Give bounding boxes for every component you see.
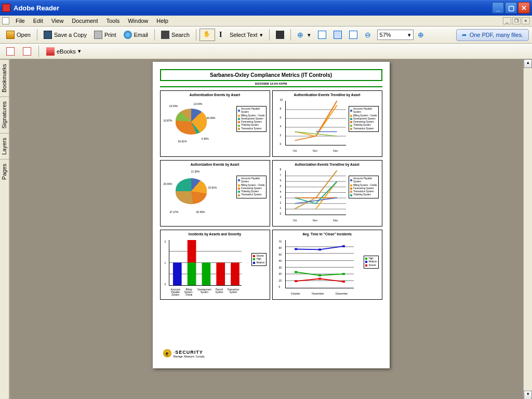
- main-toolbar: Open Save a Copy Print Email Search ✋ IS…: [0, 26, 532, 44]
- svg-rect-17: [202, 263, 210, 286]
- menu-help[interactable]: Help: [152, 17, 172, 25]
- fit-page-button[interactable]: [330, 29, 345, 41]
- app-icon: [2, 4, 10, 12]
- search-button[interactable]: Search: [158, 29, 193, 41]
- sidebar-tab-pages[interactable]: Pages: [0, 159, 9, 184]
- chart-legend: High Medium Severe: [364, 256, 378, 269]
- report-date: 9/22/2008 12:04:41PM: [160, 82, 382, 87]
- chart-auth-events-pie: Authentication Events by Asset 26.09% 4.…: [160, 90, 270, 157]
- save-copy-button[interactable]: Save a Copy: [41, 29, 90, 41]
- svg-rect-31: [342, 273, 344, 275]
- chart-legend: Accounts PayableSystem Billing System - …: [236, 176, 267, 198]
- svg-rect-16: [187, 263, 196, 286]
- zoom-out-icon: ⊖: [365, 31, 373, 39]
- chart-authz-events-trend: Authorization Events Trendline by Asset: [272, 160, 382, 227]
- vertical-scrollbar[interactable]: ▴ ▾: [523, 59, 532, 399]
- svg-rect-18: [216, 263, 225, 286]
- minimize-button[interactable]: _: [492, 2, 504, 14]
- hand-icon: ✋: [203, 31, 211, 39]
- email-button[interactable]: Email: [121, 29, 152, 41]
- svg-rect-33: [318, 278, 321, 280]
- svg-rect-27: [318, 249, 321, 251]
- menu-edit[interactable]: Edit: [29, 17, 47, 25]
- svg-rect-34: [342, 281, 344, 283]
- zoom-in-plus-button[interactable]: ⊕: [415, 29, 429, 41]
- chart-avg-close-time: Avg. Time to "Close" Incidents: [272, 230, 382, 300]
- arrow-icon: ➦: [462, 32, 467, 38]
- scroll-up-button[interactable]: ▴: [524, 59, 532, 68]
- menu-file[interactable]: File: [11, 17, 29, 25]
- chart-incidents-bar: Incidents by Assets and Severity: [160, 230, 270, 300]
- import-button[interactable]: [20, 46, 34, 57]
- window-titlebar: Adobe Reader _ ▢ ✕: [0, 0, 532, 16]
- svg-rect-32: [295, 280, 297, 282]
- select-text-button[interactable]: ISelect Text▾: [216, 29, 266, 41]
- chevron-down-icon: ▾: [408, 32, 411, 38]
- sidebar-tab-signatures[interactable]: Signatures: [0, 97, 9, 133]
- chart-legend: Severe High Medium: [251, 253, 266, 266]
- zoom-out-button[interactable]: ⊖: [362, 29, 376, 41]
- window-title: Adobe Reader: [14, 4, 491, 12]
- secondary-toolbar: eBooks▾: [0, 44, 532, 59]
- zoom-in-icon: ⊕: [297, 31, 305, 39]
- chevron-down-icon: ▾: [78, 48, 81, 55]
- chart-legend: Accounts PayableSystem Billing System - …: [236, 106, 267, 132]
- mdi-restore-button[interactable]: ❐: [512, 17, 521, 24]
- floppy-disk-icon: [44, 31, 52, 39]
- fit-width-button[interactable]: [346, 29, 361, 41]
- import-icon: [23, 47, 31, 56]
- fit-page-icon: [334, 31, 342, 39]
- menu-document[interactable]: Document: [68, 17, 102, 25]
- company-logo: e -SECURITY Manage. Measure. Comply.: [163, 349, 205, 358]
- export-button[interactable]: [3, 46, 18, 57]
- sidebar-tabs: Bookmarks Signatures Layers Pages: [0, 59, 10, 399]
- scroll-down-button[interactable]: ▾: [524, 391, 532, 399]
- camera-icon: [276, 31, 284, 39]
- maximize-button[interactable]: ▢: [505, 2, 517, 14]
- svg-rect-26: [295, 248, 297, 250]
- actual-size-button[interactable]: [315, 29, 329, 41]
- sidebar-tab-bookmarks[interactable]: Bookmarks: [0, 59, 9, 97]
- plus-icon: ⊕: [418, 31, 426, 39]
- document-icon: [2, 17, 9, 24]
- text-cursor-icon: I: [219, 31, 228, 39]
- svg-rect-19: [231, 263, 240, 286]
- svg-rect-30: [318, 274, 321, 276]
- envelope-icon: [124, 31, 132, 39]
- page-icon: [318, 31, 326, 39]
- chart-authz-events-pie: Authorization Events by Asset 11.36% 15.…: [160, 160, 270, 227]
- ebooks-button[interactable]: eBooks▾: [43, 46, 84, 57]
- menu-view[interactable]: View: [47, 17, 68, 25]
- zoom-in-button[interactable]: ⊕▾: [294, 29, 314, 41]
- snapshot-button[interactable]: [273, 29, 287, 41]
- svg-rect-15: [187, 240, 196, 263]
- zoom-level-input[interactable]: 57%▾: [377, 30, 414, 40]
- logo-icon: e: [163, 349, 171, 357]
- binoculars-icon: [161, 31, 169, 39]
- help-bubble[interactable]: ➦One PDF, many files.: [456, 29, 529, 41]
- folder-open-icon: [6, 31, 15, 39]
- report-title: Sarbanes-Oxley Compliance Metrics (IT Co…: [160, 69, 382, 81]
- close-button[interactable]: ✕: [518, 2, 530, 14]
- sidebar-tab-layers[interactable]: Layers: [0, 133, 9, 159]
- menu-tools[interactable]: Tools: [102, 17, 124, 25]
- svg-rect-14: [172, 263, 181, 286]
- print-button[interactable]: Print: [91, 29, 119, 41]
- open-button[interactable]: Open: [3, 29, 34, 41]
- document-area[interactable]: Sarbanes-Oxley Compliance Metrics (IT Co…: [10, 59, 532, 399]
- ebooks-icon: [46, 47, 55, 56]
- hand-tool-button[interactable]: ✋: [200, 29, 215, 41]
- chart-auth-events-trend: Authentication Events Trendline by Asset: [272, 90, 382, 157]
- chart-legend: Accounts PayableSystem Billing System - …: [349, 176, 379, 198]
- pdf-page: Sarbanes-Oxley Compliance Metrics (IT Co…: [153, 62, 390, 368]
- mdi-minimize-button[interactable]: _: [503, 17, 511, 24]
- export-icon: [6, 47, 15, 56]
- menu-window[interactable]: Window: [124, 17, 152, 25]
- chevron-down-icon: ▾: [260, 32, 263, 38]
- mdi-close-button[interactable]: ×: [522, 17, 530, 24]
- printer-icon: [94, 31, 102, 39]
- chart-legend: Accounts PayableSystem Billing System - …: [349, 106, 379, 132]
- menu-bar: File Edit View Document Tools Window Hel…: [0, 16, 532, 26]
- chevron-down-icon: ▾: [308, 32, 311, 38]
- svg-rect-28: [342, 245, 344, 247]
